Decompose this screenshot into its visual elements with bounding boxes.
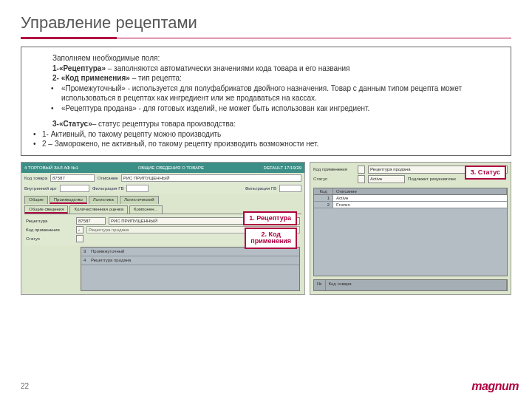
callout-3: 3. Статус (465, 166, 506, 180)
line-status: 3-«Статус»– статус рецептуры товара прои… (29, 119, 503, 129)
subtab-general[interactable]: Общие сведения (24, 205, 68, 214)
input-status-btn[interactable] (76, 235, 83, 242)
r-dropdown-list: Код Описание 1Active 2Frozen (313, 188, 508, 276)
callout-1: 1. Рецептура (243, 211, 297, 226)
r-row-active[interactable]: 1Active (314, 195, 507, 202)
intro-line: Заполняем необходимые поля: (29, 53, 503, 64)
status-frozen: 2 – Заморожено, не активный, по такому р… (29, 139, 503, 149)
tab-production[interactable]: Производство (50, 196, 87, 204)
r-label-appcode: Код применения (313, 167, 355, 171)
r-status-val[interactable]: Active (368, 175, 405, 183)
input-filter1[interactable] (126, 185, 149, 192)
status-active: 1- Активный, по такому рецепту можно про… (29, 129, 503, 140)
input-filter2[interactable] (279, 185, 301, 192)
label-recipe: Рецептура (26, 219, 73, 223)
line-recipe: 1-«Рецептура» – заполняются автоматическ… (29, 64, 503, 74)
tab-logistics[interactable]: Логистика (89, 196, 118, 204)
input-appcode-btn[interactable]: ‹ (76, 226, 83, 233)
label-appcode: Код применения (26, 228, 73, 232)
line-appcode: 2- «Код применения» – тип рецепта: (29, 73, 503, 83)
tab-general[interactable]: Общие (24, 196, 48, 204)
r-appcode-btn[interactable] (358, 166, 365, 174)
brand-logo: magnum (471, 380, 519, 393)
label-status: Статус (26, 236, 73, 241)
screenshot-left: 4 ТОРГОВЫЙ ЗАЛ АФ №1 ОБЩИЕ СВЕДЕНИЯ О ТО… (21, 162, 305, 295)
content-box: Заполняем необходимые поля: 1-«Рецептура… (21, 47, 511, 156)
bottom-grid-right: № Код товара (313, 279, 508, 291)
callout-2: 2. Кодприменения (245, 228, 297, 250)
title-rule (21, 37, 511, 39)
page-number: 22 (21, 382, 29, 390)
label-code: Код товара (24, 176, 47, 180)
subtab-components[interactable]: Компонен... (129, 205, 163, 214)
label-desc: Описание (98, 176, 118, 180)
label-intart: Внутренний арт (24, 186, 57, 191)
page-title: Управление рецептами (21, 13, 511, 33)
label-filter2: Фильтрация ГВ (245, 186, 276, 191)
r-row-frozen[interactable]: 2Frozen (314, 202, 507, 208)
label-filter1: Фильтрация ГВ (92, 186, 123, 191)
dropdown-row-4[interactable]: 4Рецептура продана (81, 256, 299, 265)
subtab-quant[interactable]: Количественная оценка (69, 205, 128, 214)
r-subtext: Подлежит разукомплек (408, 177, 456, 181)
bullet-intermediate: «Промежуточный» - используется для полуф… (29, 83, 503, 103)
r-grid-h2: Описание (333, 188, 507, 194)
dropdown-list: 3Промежуточный 4Рецептура продана (81, 247, 300, 291)
input-intart[interactable] (60, 185, 89, 192)
r-status-btn[interactable] (358, 175, 365, 183)
tab-logistic2[interactable]: Логистический (120, 196, 159, 204)
bullet-sold: «Рецептура продана» - для готовых издели… (29, 103, 503, 114)
screenshot-right: Код применения Рецептура продана Статус … (310, 162, 511, 295)
input-desc[interactable]: РИС ПРИПУЩЕННЫЙ (121, 174, 301, 182)
r-label-status: Статус (313, 177, 355, 181)
input-code[interactable]: 87587 (50, 174, 95, 182)
input-recipe-code[interactable]: 87587 (76, 217, 106, 225)
r-grid-h1: Код (314, 188, 333, 194)
app-titlebar: 4 ТОРГОВЫЙ ЗАЛ АФ №1 ОБЩИЕ СВЕДЕНИЯ О ТО… (21, 163, 304, 173)
